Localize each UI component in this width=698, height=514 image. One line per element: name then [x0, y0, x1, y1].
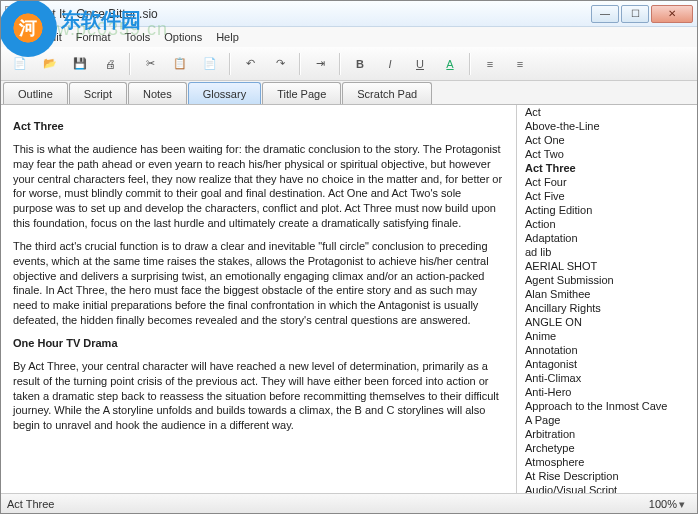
tab-scratch-pad[interactable]: Scratch Pad	[342, 82, 432, 104]
toolbar-separator	[339, 53, 341, 75]
glossary-term[interactable]: ad lib	[517, 245, 697, 259]
open-button[interactable]: 📂	[37, 51, 63, 77]
glossary-term[interactable]: AERIAL SHOT	[517, 259, 697, 273]
print-button[interactable]: 🖨	[97, 51, 123, 77]
align-center-icon: ≡	[517, 58, 523, 70]
paste-icon: 📄	[203, 57, 217, 70]
maximize-button[interactable]: ☐	[621, 5, 649, 23]
zoom-control[interactable]: 100% ▾	[649, 498, 691, 510]
redo-icon: ↷	[276, 57, 285, 70]
glossary-terms-pane[interactable]: ActAbove-the-LineAct OneAct TwoAct Three…	[517, 105, 697, 493]
open-icon: 📂	[43, 57, 57, 70]
glossary-paragraph: The third act's crucial function is to d…	[13, 239, 504, 328]
glossary-term[interactable]: Atmosphere	[517, 455, 697, 469]
status-current-term: Act Three	[7, 498, 649, 510]
align-left-icon: ≡	[487, 58, 493, 70]
save-button[interactable]: 💾	[67, 51, 93, 77]
glossary-heading: Act Three	[13, 119, 504, 134]
copy-icon: 📋	[173, 57, 187, 70]
tab-notes[interactable]: Notes	[128, 82, 187, 104]
indent-button[interactable]: ⇥	[307, 51, 333, 77]
statusbar: Act Three 100% ▾	[1, 493, 697, 513]
print-icon: 🖨	[105, 58, 116, 70]
menu-options[interactable]: Options	[158, 29, 208, 45]
tab-glossary[interactable]: Glossary	[188, 82, 261, 104]
toolbar-separator	[229, 53, 231, 75]
zoom-value: 100%	[649, 498, 677, 510]
content-area: Act Three This is what the audience has …	[1, 105, 697, 493]
zoom-dropdown-icon[interactable]: ▾	[679, 498, 691, 510]
copy-button[interactable]: 📋	[167, 51, 193, 77]
font-color-button[interactable]: A	[437, 51, 463, 77]
glossary-paragraph: By Act Three, your central character wil…	[13, 359, 504, 433]
glossary-term[interactable]: Anti-Climax	[517, 371, 697, 385]
glossary-term[interactable]: Agent Submission	[517, 273, 697, 287]
new-doc-icon: 📄	[13, 57, 27, 70]
font-color-icon: A	[446, 58, 453, 70]
glossary-term[interactable]: Above-the-Line	[517, 119, 697, 133]
tabbar: OutlineScriptNotesGlossaryTitle PageScra…	[1, 81, 697, 105]
glossary-term[interactable]: Annotation	[517, 343, 697, 357]
glossary-term[interactable]: Audio/Visual Script	[517, 483, 697, 493]
glossary-term[interactable]: At Rise Description	[517, 469, 697, 483]
toolbar-separator	[469, 53, 471, 75]
glossary-term[interactable]: Adaptation	[517, 231, 697, 245]
close-button[interactable]: ✕	[651, 5, 693, 23]
glossary-term[interactable]: ANGLE ON	[517, 315, 697, 329]
glossary-term[interactable]: Action	[517, 217, 697, 231]
glossary-term[interactable]: Act Two	[517, 147, 697, 161]
align-center-button[interactable]: ≡	[507, 51, 533, 77]
glossary-term[interactable]: Anime	[517, 329, 697, 343]
glossary-term[interactable]: Act Three	[517, 161, 697, 175]
glossary-term[interactable]: Arbitration	[517, 427, 697, 441]
undo-icon: ↶	[246, 57, 255, 70]
toolbar: 📄📂💾🖨✂📋📄↶↷⇥BIUA≡≡	[1, 47, 697, 81]
paste-button[interactable]: 📄	[197, 51, 223, 77]
glossary-term-list: ActAbove-the-LineAct OneAct TwoAct Three…	[517, 105, 697, 493]
glossary-subheading: One Hour TV Drama	[13, 336, 504, 351]
glossary-term[interactable]: Act Five	[517, 189, 697, 203]
indent-icon: ⇥	[316, 57, 325, 70]
glossary-term[interactable]: Act Four	[517, 175, 697, 189]
glossary-term[interactable]: Anti-Hero	[517, 385, 697, 399]
glossary-term[interactable]: Act One	[517, 133, 697, 147]
site-stamp-text: 东软件园	[61, 7, 141, 34]
glossary-term[interactable]: Alan Smithee	[517, 287, 697, 301]
tab-outline[interactable]: Outline	[3, 82, 68, 104]
cut-button[interactable]: ✂	[137, 51, 163, 77]
glossary-definition-pane[interactable]: Act Three This is what the audience has …	[1, 105, 517, 493]
glossary-term[interactable]: A Page	[517, 413, 697, 427]
glossary-term[interactable]: Act	[517, 105, 697, 119]
redo-button[interactable]: ↷	[267, 51, 293, 77]
toolbar-separator	[299, 53, 301, 75]
underline-button[interactable]: U	[407, 51, 433, 77]
tab-title-page[interactable]: Title Page	[262, 82, 341, 104]
undo-button[interactable]: ↶	[237, 51, 263, 77]
glossary-term[interactable]: Archetype	[517, 441, 697, 455]
menu-help[interactable]: Help	[210, 29, 245, 45]
bold-icon: B	[356, 58, 364, 70]
toolbar-separator	[129, 53, 131, 75]
glossary-paragraph: This is what the audience has been waiti…	[13, 142, 504, 231]
italic-icon: I	[388, 58, 391, 70]
save-icon: 💾	[73, 57, 87, 70]
glossary-term[interactable]: Approach to the Inmost Cave	[517, 399, 697, 413]
cut-icon: ✂	[146, 57, 155, 70]
bold-button[interactable]: B	[347, 51, 373, 77]
tab-script[interactable]: Script	[69, 82, 127, 104]
glossary-term[interactable]: Antagonist	[517, 357, 697, 371]
underline-icon: U	[416, 58, 424, 70]
italic-button[interactable]: I	[377, 51, 403, 77]
site-stamp: 河	[0, 0, 57, 57]
align-left-button[interactable]: ≡	[477, 51, 503, 77]
glossary-term[interactable]: Ancillary Rights	[517, 301, 697, 315]
glossary-term[interactable]: Acting Edition	[517, 203, 697, 217]
minimize-button[interactable]: —	[591, 5, 619, 23]
